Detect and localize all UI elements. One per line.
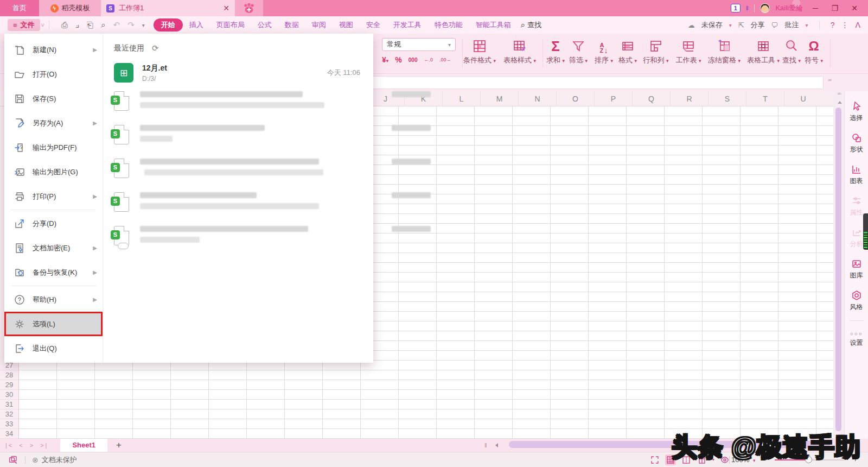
increase-decimal-button[interactable]: ←.0 (424, 58, 433, 62)
redo-icon[interactable]: ↷ (127, 20, 135, 30)
tab-developer[interactable]: 开发工具 (387, 20, 428, 30)
cell-mode-icon[interactable] (8, 455, 18, 465)
tab-formulas[interactable]: 公式 (251, 20, 278, 30)
sheet-nav-next-icon[interactable]: > (30, 442, 35, 449)
menu-item-exit[interactable]: 退出(Q) (4, 336, 103, 361)
filter-button[interactable]: 筛选 ▾ (565, 37, 591, 65)
sheet-tab[interactable]: Sheet1 (60, 439, 107, 452)
page-break-view-icon[interactable] (681, 455, 692, 465)
protect-status[interactable]: 文档未保护 (42, 455, 77, 465)
account-badge[interactable]: 1 (731, 4, 741, 12)
refresh-icon[interactable]: ⟳ (152, 43, 159, 53)
menu-item-export-image[interactable]: 输出为图片(G) (4, 160, 103, 184)
row-header-33[interactable]: 33 (0, 419, 18, 429)
more-options-icon[interactable]: ⋮ (841, 21, 848, 29)
freeze-panes-button[interactable]: 冻结窗格 ▾ (705, 37, 743, 65)
sheet-nav-prev-icon[interactable]: < (19, 442, 24, 449)
column-header-N[interactable]: N (518, 91, 556, 106)
menu-item-save-as[interactable]: 另存为(A)▶ (4, 111, 103, 135)
page-layout-view-icon[interactable] (697, 455, 707, 465)
column-header-T[interactable]: T (746, 91, 784, 106)
file-menu-button[interactable]: ≡ 文件 (8, 19, 40, 31)
currency-button[interactable]: ¥▾ (382, 55, 388, 64)
recent-file-item-blurred[interactable]: S (114, 124, 360, 150)
vscroll-up-arrow-icon[interactable] (838, 101, 842, 104)
row-header-30[interactable]: 30 (0, 390, 18, 400)
print-preview-icon[interactable]: ⌕ (101, 20, 105, 30)
number-format-select[interactable]: 常规 ▾ (382, 38, 456, 51)
sheet-nav-last-icon[interactable]: >| (40, 442, 48, 449)
menu-item-encrypt[interactable]: 文档加密(E)▶ (4, 236, 103, 260)
sidebar-item-gallery[interactable]: 图库 (845, 258, 868, 280)
table-style-button[interactable]: 表格样式 ▾ (500, 37, 539, 65)
export-icon[interactable]: ⟓ (75, 20, 79, 30)
column-header-O[interactable]: O (556, 91, 594, 106)
sidebar-item-settings[interactable]: ○○○ 设置 (845, 331, 868, 348)
tab-security[interactable]: 安全 (360, 20, 387, 30)
row-header-34[interactable]: 34 (0, 429, 18, 439)
recent-file-item-blurred[interactable]: S (114, 191, 360, 217)
recent-file-item-blurred[interactable]: S (114, 90, 360, 116)
sidebar-item-select[interactable]: 选择 (845, 101, 868, 123)
horizontal-scrollbar-thumb[interactable] (509, 441, 830, 448)
menu-item-export-pdf[interactable]: 输出为PDF(F) (4, 135, 103, 160)
close-tab-icon[interactable]: ✕ (223, 4, 229, 12)
restore-button[interactable]: ❐ (828, 4, 842, 12)
menu-item-open[interactable]: 打开(O) (4, 62, 103, 86)
recent-file-item-blurred[interactable]: S (114, 225, 360, 251)
column-header-L[interactable]: L (442, 91, 480, 106)
column-header-S[interactable]: S (708, 91, 746, 106)
file-caret-icon[interactable]: ˅ (41, 22, 44, 28)
hscroll-left-arrow-icon[interactable] (495, 443, 498, 447)
menu-item-new[interactable]: 新建(N)▶ (4, 37, 103, 62)
symbol-button[interactable]: Ω 符号 ▾ (802, 37, 826, 65)
tab-smart-toolbox[interactable]: 智能工具箱 (469, 20, 518, 30)
search-menu[interactable]: ⌕ 查找 (521, 20, 541, 30)
sidebar-item-shapes[interactable]: 形状 (845, 132, 868, 154)
sheet-nav-first-icon[interactable]: |< (5, 442, 14, 449)
fullscreen-icon[interactable] (649, 455, 660, 465)
vertical-scrollbar-thumb[interactable] (835, 108, 841, 431)
tab-insert[interactable]: 插入 (183, 20, 210, 30)
customize-qat-icon[interactable]: ▾ (142, 22, 145, 28)
tab-start[interactable]: 开始 (154, 18, 183, 31)
percent-button[interactable]: % (395, 55, 401, 64)
rows-columns-button[interactable]: 行和列 ▾ (640, 37, 672, 65)
hscroll-split-handle[interactable]: ‖ (484, 442, 487, 449)
column-header-M[interactable]: M (480, 91, 518, 106)
view-caret-icon[interactable]: ▾ (712, 457, 714, 462)
comment-caret-icon[interactable]: ▾ (806, 22, 808, 28)
tab-data[interactable]: 数据 (278, 20, 305, 30)
sort-button[interactable]: AZ↓ 排序 ▾ (591, 37, 616, 65)
menu-item-backup[interactable]: 备份与恢复(K)▶ (4, 260, 103, 285)
save-icon[interactable]: ⎙ (61, 20, 68, 30)
zoom-level[interactable]: 100% (731, 456, 749, 464)
tab-review[interactable]: 审阅 (305, 20, 333, 30)
zoom-in-button[interactable]: + (853, 454, 858, 464)
close-button[interactable]: ✕ (847, 4, 861, 12)
avatar[interactable] (760, 3, 770, 13)
thousands-button[interactable]: 000 (409, 57, 418, 63)
zoom-out-button[interactable]: − (762, 454, 767, 464)
sidebar-item-style[interactable]: 风格 (845, 290, 868, 312)
column-header-P[interactable]: P (594, 91, 632, 106)
undo-icon[interactable]: ↶ (113, 20, 120, 30)
tab-special-features[interactable]: 特色功能 (428, 20, 469, 30)
zoom-slider-knob[interactable] (805, 456, 812, 463)
recent-file-item-blurred[interactable]: S (114, 157, 360, 184)
print-icon[interactable]: ⎗ (87, 20, 93, 30)
tab-page-layout[interactable]: 页面布局 (210, 20, 251, 30)
conditional-format-button[interactable]: 条件格式 ▾ (460, 37, 499, 65)
column-header-Q[interactable]: Q (632, 91, 670, 106)
save-status[interactable]: 未保存 (701, 20, 723, 30)
menu-item-save[interactable]: 保存(S) (4, 86, 103, 111)
vscroll-split-handle[interactable]: ＝ (836, 92, 842, 95)
row-header-28[interactable]: 28 (0, 370, 18, 380)
share-button[interactable]: 分享 (751, 20, 765, 30)
menu-item-options[interactable]: 选项(L) (4, 312, 103, 336)
zoom-caret-icon[interactable]: ▾ (753, 458, 756, 463)
comment-button[interactable]: 批注 (785, 20, 799, 30)
find-button[interactable]: 查找 ▾ (779, 37, 804, 65)
table-tools-button[interactable]: 表格工具 ▾ (744, 37, 782, 65)
collapse-ribbon-icon[interactable]: ᐱ (855, 21, 860, 29)
